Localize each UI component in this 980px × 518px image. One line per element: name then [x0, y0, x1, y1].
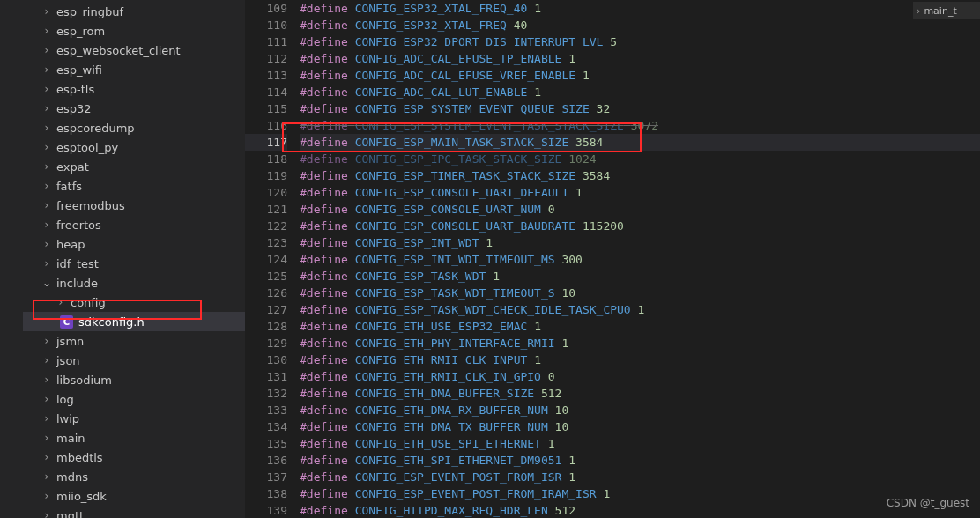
chevron-right-icon: ›	[42, 509, 51, 518]
folder-item[interactable]: ›libsodium	[23, 370, 245, 389]
folder-item[interactable]: ›heap	[23, 234, 245, 254]
folder-item[interactable]: ›mbedtls	[23, 448, 245, 467]
code-line[interactable]: #define CONFIG_ESP_TASK_WDT_TIMEOUT_S 10	[300, 285, 980, 301]
line-number: 134	[245, 418, 287, 435]
code-line[interactable]: #define CONFIG_ESP32_XTAL_FREQ 40	[300, 17, 980, 33]
folder-item[interactable]: ›main	[23, 428, 245, 448]
line-number: 139	[245, 502, 287, 518]
folder-item[interactable]: ›espcoredump	[23, 118, 245, 137]
chevron-right-icon: ›	[42, 218, 51, 231]
breadcrumb[interactable]: › main_t	[912, 2, 980, 19]
code-line[interactable]: #define CONFIG_ESP_CONSOLE_UART_NUM 0	[300, 201, 980, 218]
code-line[interactable]: #define CONFIG_ESP_TASK_WDT 1	[300, 268, 980, 285]
chevron-right-icon: ›	[42, 354, 51, 366]
folder-item[interactable]: ›miio_sdk	[23, 486, 245, 506]
code-line[interactable]: #define CONFIG_ESP_EVENT_POST_FROM_ISR 1	[300, 469, 980, 485]
code-editor[interactable]: 1091101111121131141151161171181191201211…	[245, 0, 980, 518]
folder-item[interactable]: ›expat	[23, 157, 245, 176]
code-line[interactable]: #define CONFIG_ESP_INT_WDT_TIMEOUT_MS 30…	[300, 251, 980, 268]
code-line[interactable]: #define CONFIG_ESP_TASK_WDT_CHECK_IDLE_T…	[300, 301, 980, 318]
code-line[interactable]: #define CONFIG_ESP_INT_WDT 1	[300, 234, 980, 251]
chevron-right-icon: ›	[42, 412, 51, 425]
folder-item[interactable]: ›config	[23, 292, 245, 312]
tree-item-label: json	[56, 354, 80, 367]
code-line[interactable]: #define CONFIG_ETH_SPI_ETHERNET_DM9051 1	[300, 452, 980, 469]
chevron-right-icon: ›	[42, 102, 51, 115]
code-line[interactable]: #define CONFIG_ETH_USE_ESP32_EMAC 1	[300, 318, 980, 335]
folder-item[interactable]: ›esp_rom	[23, 21, 245, 41]
line-number: 111	[245, 33, 287, 50]
file-explorer[interactable]: ›esp_ringbuf›esp_rom›esp_websocket_clien…	[0, 0, 245, 518]
code-line[interactable]: #define CONFIG_ETH_RMII_CLK_INPUT 1	[300, 352, 980, 368]
code-line[interactable]: #define CONFIG_ADC_CAL_EFUSE_VREF_ENABLE…	[300, 67, 980, 84]
code-line[interactable]: #define CONFIG_ESP_MAIN_TASK_STACK_SIZE …	[300, 134, 980, 151]
folder-item[interactable]: ›fatfs	[23, 176, 245, 196]
folder-item[interactable]: ›esp_ringbuf	[23, 2, 245, 21]
folder-item[interactable]: ›freemodbus	[23, 196, 245, 215]
code-line[interactable]: #define CONFIG_ESP_CONSOLE_UART_BAUDRATE…	[300, 218, 980, 234]
code-line[interactable]: #define CONFIG_ESP_TIMER_TASK_STACK_SIZE…	[300, 167, 980, 184]
code-line[interactable]: #define CONFIG_ADC_CAL_LUT_ENABLE 1	[300, 84, 980, 100]
code-line[interactable]: #define CONFIG_ETH_PHY_INTERFACE_RMII 1	[300, 335, 980, 352]
line-number: 131	[245, 368, 287, 385]
chevron-right-icon: ›	[42, 238, 51, 250]
code-content[interactable]: #define CONFIG_ESP32_XTAL_FREQ_40 1#defi…	[300, 0, 980, 518]
chevron-right-icon: ›	[42, 122, 51, 134]
code-line[interactable]: #define CONFIG_ETH_DMA_RX_BUFFER_NUM 10	[300, 402, 980, 418]
code-line[interactable]: #define CONFIG_HTTPD_MAX_REQ_HDR_LEN 512	[300, 502, 980, 518]
line-number: 128	[245, 318, 287, 335]
line-number: 124	[245, 251, 287, 268]
code-line[interactable]: #define CONFIG_ESP_SYSTEM_EVENT_QUEUE_SI…	[300, 100, 980, 117]
file-badge-icon: C	[60, 315, 73, 329]
tree-item-label: freertos	[56, 218, 101, 232]
chevron-down-icon: ⌄	[42, 277, 51, 289]
chevron-right-icon: ›	[42, 432, 51, 444]
folder-item[interactable]: ›json	[23, 351, 245, 370]
tree-item-label: esp_rom	[56, 25, 105, 38]
folder-item[interactable]: ›log	[23, 389, 245, 409]
folder-item[interactable]: ›idf_test	[23, 254, 245, 273]
line-number: 110	[245, 17, 287, 33]
line-number-gutter: 1091101111121131141151161171181191201211…	[245, 0, 300, 518]
code-line[interactable]: #define CONFIG_ETH_USE_SPI_ETHERNET 1	[300, 435, 980, 452]
folder-item[interactable]: ›mdns	[23, 467, 245, 486]
code-line[interactable]: #define CONFIG_ESP32_DPORT_DIS_INTERRUPT…	[300, 33, 980, 50]
file-item[interactable]: Csdkconfig.h	[23, 312, 245, 331]
tree-item-label: esp-tls	[56, 83, 94, 96]
code-line[interactable]: #define CONFIG_ESP_IPC_TASK_STACK_SIZE 1…	[300, 151, 980, 167]
chevron-right-icon: ›	[42, 470, 51, 483]
folder-item[interactable]: ›freertos	[23, 215, 245, 234]
folder-item[interactable]: ›esp_websocket_client	[23, 41, 245, 60]
folder-item[interactable]: ›esp-tls	[23, 79, 245, 99]
tree-item-label: mdns	[56, 470, 88, 484]
line-number: 130	[245, 352, 287, 368]
folder-item[interactable]: ›mqtt	[23, 506, 245, 518]
line-number: 135	[245, 435, 287, 452]
line-number: 132	[245, 385, 287, 402]
tree-item-label: esp_websocket_client	[56, 44, 181, 57]
line-number: 112	[245, 50, 287, 67]
folder-item[interactable]: ›esp32	[23, 99, 245, 118]
folder-item[interactable]: ›esp_wifi	[23, 60, 245, 79]
folder-item[interactable]: ›jsmn	[23, 331, 245, 351]
chevron-right-icon: ›	[42, 180, 51, 192]
code-line[interactable]: #define CONFIG_ESP_SYSTEM_EVENT_TASK_STA…	[300, 117, 980, 134]
watermark: CSDN @t_guest	[887, 497, 969, 509]
code-line[interactable]: #define CONFIG_ETH_DMA_BUFFER_SIZE 512	[300, 385, 980, 402]
chevron-right-icon: ›	[42, 141, 51, 153]
line-number: 123	[245, 234, 287, 251]
code-line[interactable]: #define CONFIG_ETH_DMA_TX_BUFFER_NUM 10	[300, 418, 980, 435]
folder-item[interactable]: ›lwip	[23, 409, 245, 428]
folder-item[interactable]: ›esptool_py	[23, 137, 245, 157]
code-line[interactable]: #define CONFIG_ESP_CONSOLE_UART_DEFAULT …	[300, 184, 980, 201]
code-line[interactable]: #define CONFIG_ETH_RMII_CLK_IN_GPIO 0	[300, 368, 980, 385]
tree-item-label: freemodbus	[56, 199, 125, 212]
chevron-right-icon: ›	[56, 296, 65, 308]
folder-item[interactable]: ⌄include	[23, 273, 245, 292]
tree-item-label: mbedtls	[56, 451, 103, 464]
tree-item-label: lwip	[56, 412, 79, 426]
code-line[interactable]: #define CONFIG_ESP32_XTAL_FREQ_40 1	[300, 0, 980, 17]
code-line[interactable]: #define CONFIG_ADC_CAL_EFUSE_TP_ENABLE 1	[300, 50, 980, 67]
chevron-right-icon: ›	[42, 83, 51, 95]
code-line[interactable]: #define CONFIG_ESP_EVENT_POST_FROM_IRAM_…	[300, 485, 980, 502]
